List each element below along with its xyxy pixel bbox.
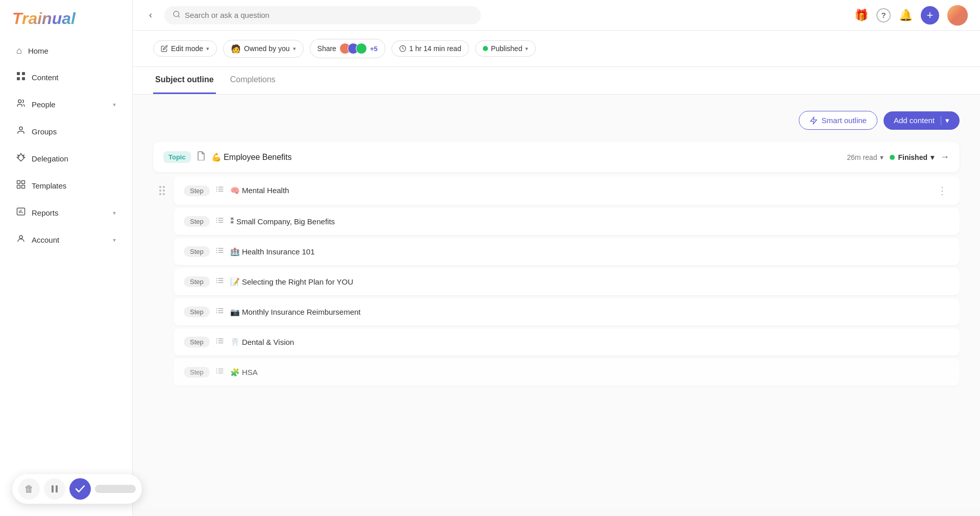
svg-point-44: [216, 282, 217, 283]
topic-badge: Topic: [163, 151, 191, 163]
collapse-sidebar-button[interactable]: ‹: [145, 8, 156, 22]
share-avatars: [339, 43, 367, 54]
svg-point-37: [216, 250, 217, 251]
add-button[interactable]: +: [921, 6, 939, 25]
topic-doc-icon: [197, 151, 205, 163]
svg-rect-1: [22, 72, 25, 75]
svg-rect-17: [56, 485, 58, 492]
step-menu-icon[interactable]: ⋮: [935, 184, 949, 197]
tab-completions[interactable]: Completions: [228, 67, 278, 94]
read-time-chevron-icon: ▾: [880, 153, 884, 161]
tab-subject-outline[interactable]: Subject outline: [153, 67, 216, 94]
svg-point-25: [216, 189, 217, 190]
step-row: Step 🏥 Health Insurance 101: [174, 238, 960, 265]
account-chevron-icon: ▾: [113, 237, 116, 244]
svg-rect-16: [52, 485, 54, 492]
finished-chevron-icon: ▾: [930, 153, 934, 161]
edit-mode-button[interactable]: Edit mode ▾: [153, 40, 217, 57]
svg-point-5: [19, 127, 22, 130]
outline-content: Smart outline Add content ▾ Topic 💪 E: [133, 95, 980, 508]
step-badge: Step: [184, 216, 210, 227]
steps-list: Step 🧠 Mental Health ⋮: [174, 176, 960, 386]
svg-rect-7: [17, 181, 20, 184]
step-title: 📷 Monthly Insurance Reimbursement: [230, 308, 949, 317]
search-icon: [173, 10, 181, 20]
sidebar-item-account[interactable]: Account ▾: [4, 227, 128, 253]
topbar-right: 🎁 ? 🔔 +: [854, 5, 968, 26]
step-row: Step 📷 Monthly Insurance Reimbursement: [174, 298, 960, 325]
finished-status[interactable]: Finished ▾: [890, 153, 934, 161]
people-chevron-icon: ▾: [113, 101, 116, 108]
groups-icon: [16, 126, 26, 137]
check-button[interactable]: [69, 478, 91, 500]
share-count: +5: [370, 45, 378, 53]
help-icon[interactable]: ?: [876, 8, 891, 22]
sidebar-item-content[interactable]: Content: [4, 64, 128, 90]
step-row: Step 🧩 HSA: [174, 359, 960, 386]
read-time-display[interactable]: 26m read ▾: [847, 153, 884, 161]
pause-button[interactable]: [44, 478, 65, 500]
published-button[interactable]: Published ▾: [475, 40, 536, 57]
step-badge: Step: [184, 276, 210, 287]
svg-marker-6: [17, 154, 25, 161]
sidebar-item-home[interactable]: ⌂ Home: [4, 38, 128, 63]
share-button[interactable]: Share +5: [310, 39, 385, 58]
topbar: ‹ 🎁 ? 🔔 +: [133, 0, 980, 31]
svg-point-43: [216, 280, 217, 281]
content-icon: [16, 72, 26, 83]
published-status-dot: [483, 46, 488, 51]
finished-dot: [890, 155, 895, 160]
user-avatar[interactable]: [947, 5, 968, 26]
sidebar-item-templates[interactable]: Templates: [4, 173, 128, 199]
drag-handle[interactable]: [159, 186, 165, 195]
gift-icon[interactable]: 🎁: [854, 9, 868, 22]
sidebar-item-people[interactable]: People ▾: [4, 91, 128, 118]
sidebar-item-reports[interactable]: Reports ▾: [4, 200, 128, 226]
owned-by-chevron-icon: ▾: [293, 45, 296, 52]
read-time-button[interactable]: 1 hr 14 min read: [391, 40, 469, 57]
svg-point-38: [216, 252, 217, 253]
svg-marker-20: [811, 117, 817, 124]
smart-outline-button[interactable]: Smart outline: [799, 111, 877, 130]
svg-point-56: [216, 342, 217, 343]
svg-point-26: [216, 191, 217, 192]
add-content-button[interactable]: Add content ▾: [884, 111, 960, 130]
svg-point-54: [216, 338, 217, 339]
svg-rect-0: [17, 72, 20, 75]
logo: Trainual: [0, 0, 132, 37]
sidebar-nav: ⌂ Home Content People: [0, 37, 132, 254]
svg-rect-3: [22, 77, 25, 80]
topic-arrow-icon[interactable]: →: [940, 152, 949, 162]
step-title: 🧠 Mental Health: [230, 186, 929, 195]
step-list-icon: [216, 247, 224, 256]
delete-button[interactable]: 🗑: [18, 478, 40, 500]
svg-rect-9: [17, 185, 20, 189]
svg-rect-2: [17, 77, 20, 80]
step-title: 🧩 HSA: [230, 368, 949, 377]
content-area: Edit mode ▾ 🧑 Owned by you ▾ Share +5: [133, 31, 980, 516]
outline-actions: Smart outline Add content ▾: [153, 111, 960, 130]
bell-icon[interactable]: 🔔: [899, 9, 913, 22]
svg-point-60: [216, 368, 217, 369]
sidebar-item-delegation[interactable]: Delegation: [4, 146, 128, 172]
svg-point-62: [216, 372, 217, 373]
owner-avatar-icon: 🧑: [231, 44, 241, 54]
search-input[interactable]: [185, 11, 473, 19]
bottom-toolbar: 🗑: [12, 474, 133, 504]
step-badge: Step: [184, 307, 210, 317]
step-list-icon: [216, 186, 224, 195]
reports-chevron-icon: ▾: [113, 209, 116, 217]
owned-by-button[interactable]: 🧑 Owned by you ▾: [223, 40, 304, 58]
svg-point-18: [174, 11, 179, 17]
sidebar-item-groups[interactable]: Groups: [4, 119, 128, 145]
tabs: Subject outline Completions: [133, 67, 980, 95]
add-content-chevron-icon: ▾: [945, 116, 949, 125]
svg-point-48: [216, 308, 217, 309]
step-row: Step 📝 Selecting the Right Plan for YOU: [174, 268, 960, 295]
step-badge: Step: [184, 367, 210, 378]
svg-point-61: [216, 370, 217, 371]
svg-point-4: [18, 100, 21, 103]
topic-row: Topic 💪 Employee Benefits 26m read ▾ Fin…: [153, 142, 960, 172]
svg-point-32: [216, 222, 217, 223]
step-row: Step ⁑ Small Company, Big Benefits: [174, 208, 960, 235]
